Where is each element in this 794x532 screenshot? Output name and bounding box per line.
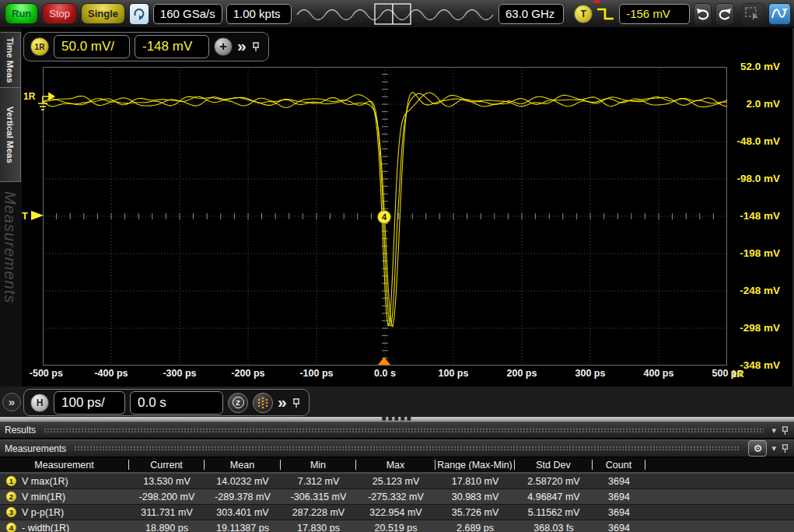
x-axis-label: -100 ps: [299, 368, 333, 379]
measurement-value: 2.689 ps: [435, 523, 515, 532]
measurements-pin-icon[interactable]: [781, 443, 789, 453]
horizontal-more-chevron[interactable]: »: [278, 394, 287, 412]
channel-reference-marker[interactable]: 1R: [23, 91, 61, 116]
y-axis-label: -248 mV: [710, 285, 780, 296]
channel-pin-button[interactable]: [251, 41, 261, 52]
channel-marker-label: 1R: [23, 91, 35, 102]
left-sidebar: Time Meas Vertical Meas Measurements: [0, 28, 22, 417]
single-button[interactable]: Single: [81, 3, 125, 24]
measurement-value: -306.315 mV: [281, 492, 356, 502]
y-axis-label: -298 mV: [710, 322, 780, 334]
measurement-value: 13.530 mV: [129, 476, 205, 487]
x-axis-label: 300 ps: [575, 368, 606, 379]
measurement-value: 287.228 mV: [281, 507, 356, 518]
column-header: Current: [129, 460, 205, 470]
trigger-level-marker[interactable]: T: [22, 208, 45, 222]
y-axis-label: -48.0 mV: [710, 135, 780, 147]
sample-rate-field[interactable]: 160 GSa/s: [153, 4, 222, 24]
region-select-tool-button[interactable]: [742, 3, 764, 25]
measurement-value: 17.830 ps: [281, 523, 356, 532]
channel-1r-badge[interactable]: 1R: [30, 37, 49, 56]
trigger-event-marker[interactable]: 4: [382, 212, 387, 222]
waveform-drag-tool-button[interactable]: [768, 3, 791, 25]
table-row: 2V min(1R)-298.200 mV-289.378 mV-306.315…: [0, 489, 794, 505]
measurement-number-badge: 4: [6, 523, 16, 532]
redo-button[interactable]: [715, 3, 733, 25]
trigger-falling-edge-icon[interactable]: [596, 5, 615, 23]
run-button[interactable]: Run: [5, 3, 38, 24]
x-axis-label: 400 ps: [644, 368, 674, 379]
waveform-plot[interactable]: 4: [43, 67, 727, 366]
x-axis-label: -200 ps: [231, 368, 264, 379]
horizontal-badge[interactable]: H: [30, 394, 49, 412]
measurements-dropdown-arrow[interactable]: ▾: [771, 443, 776, 453]
column-header: Range (Max-Min): [435, 460, 515, 470]
clear-display-button[interactable]: [129, 3, 149, 25]
results-dropdown-arrow[interactable]: ▾: [771, 425, 776, 436]
trigger-badge[interactable]: T: [574, 5, 593, 23]
measurement-name: V max(1R): [22, 476, 68, 487]
stop-button[interactable]: Stop: [42, 3, 77, 24]
channel-scale-field[interactable]: 50.0 mV/: [54, 35, 130, 58]
measurements-leader: [74, 446, 740, 451]
undo-button[interactable]: [694, 3, 712, 25]
horizontal-controls: H 100 ps/ 0.0 s Z »: [23, 389, 310, 416]
channel-offset-field[interactable]: -148 mV: [135, 35, 209, 58]
column-header: Std Dev: [515, 460, 593, 470]
channel-ground-marker-icon: [35, 91, 61, 116]
column-header: Max: [356, 460, 435, 470]
measurements-panel-header[interactable]: Measurements ⚙ ▾: [0, 439, 794, 457]
results-pin-icon[interactable]: [781, 425, 789, 436]
column-header: Count: [593, 460, 645, 470]
results-panel-header[interactable]: Results ▾: [0, 422, 794, 439]
region-select-icon: [744, 6, 761, 22]
results-title: Results: [5, 425, 36, 436]
x-axis-label: 0.0 s: [374, 368, 396, 379]
channel-controls: 1R 50.0 mV/ -148 mV + »: [23, 32, 269, 61]
measurement-value: -298.200 mV: [129, 492, 205, 502]
x-axis-label: 100 ps: [439, 368, 469, 379]
redo-icon: [718, 8, 732, 20]
measurement-number-badge: 1: [6, 476, 16, 486]
measurements-table: MeasurementCurrentMeanMinMaxRange (Max-M…: [0, 457, 794, 532]
waveform-display-area[interactable]: 1R 50.0 mV/ -148 mV + » 4 52.0 mV2.0 mV-…: [22, 28, 794, 387]
timebase-position-strip[interactable]: [296, 2, 495, 26]
tab-vertical-meas[interactable]: Vertical Meas: [0, 87, 21, 182]
measurement-name: V p-p(1R): [22, 507, 64, 518]
memory-depth-field[interactable]: 1.00 kpts: [226, 4, 292, 24]
trigger-level-field[interactable]: -156 mV: [619, 4, 690, 24]
measurement-value: 7.312 mV: [281, 476, 356, 487]
bandwidth-field[interactable]: 63.0 GHz: [498, 4, 564, 24]
zoom-button[interactable]: Z: [228, 393, 248, 413]
table-row: 4- width(1R)18.890 ps19.11387 ps17.830 p…: [0, 520, 794, 532]
measurements-settings-button[interactable]: ⚙: [748, 440, 767, 457]
table-header-row: MeasurementCurrentMeanMinMaxRange (Max-M…: [0, 457, 794, 474]
markers-button[interactable]: [253, 393, 273, 413]
table-row: 1V max(1R)13.530 mV14.0232 mV7.312 mV25.…: [0, 474, 794, 489]
add-channel-button[interactable]: +: [214, 37, 233, 56]
measurement-number-badge: 3: [6, 507, 16, 517]
column-header: Min: [281, 460, 356, 470]
clear-display-icon: [132, 7, 146, 21]
x-axis-label: 200 ps: [507, 368, 537, 379]
y-axis-label: 52.0 mV: [710, 61, 780, 72]
measurement-value: 17.810 mV: [435, 476, 515, 487]
measurement-value: 2.58720 mV: [515, 476, 593, 487]
channel-more-chevron[interactable]: »: [237, 37, 247, 56]
timebase-position-field[interactable]: 0.0 s: [130, 391, 223, 415]
measurement-name: - width(1R): [22, 523, 69, 532]
measurement-value: 311.731 mV: [129, 507, 205, 518]
timebase-scale-field[interactable]: 100 ps/: [54, 391, 125, 415]
measurement-value: -275.332 mV: [356, 492, 435, 502]
measurements-watermark: Measurements: [1, 191, 19, 303]
y-axis-label: -198 mV: [710, 247, 780, 259]
expand-panel-button[interactable]: »: [2, 393, 21, 411]
measurement-value: 35.726 mV: [435, 507, 515, 518]
tab-time-meas[interactable]: Time Meas: [0, 32, 21, 88]
measurement-value: 19.11387 ps: [205, 523, 281, 532]
x-axis-label: -500 ps: [30, 368, 63, 379]
measurement-value: -289.378 mV: [205, 492, 281, 502]
trigger-level-arrow-icon: [28, 208, 45, 222]
y-axis-label: 2.0 mV: [710, 98, 780, 110]
horizontal-pin-button[interactable]: [292, 397, 301, 408]
